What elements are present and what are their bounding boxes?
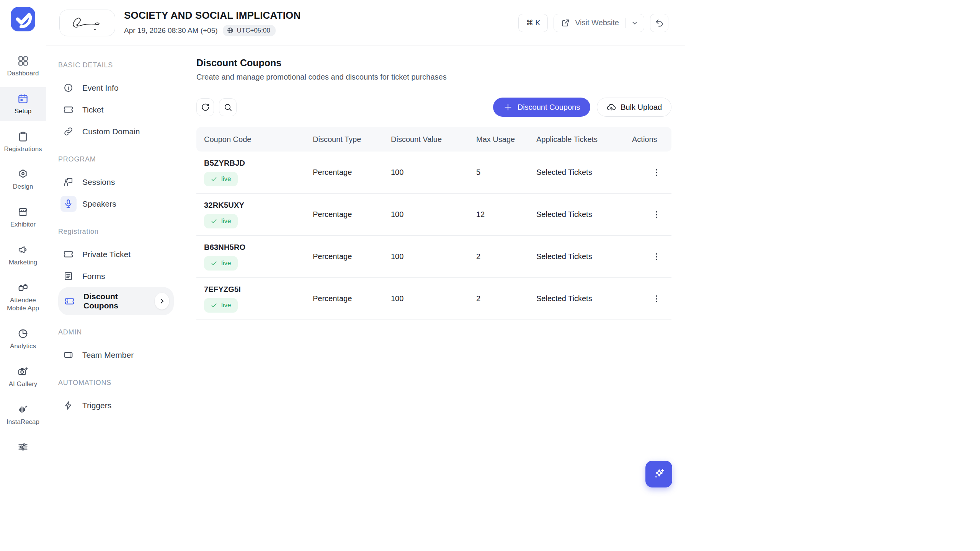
discount-type: Percentage bbox=[313, 252, 391, 261]
ai-assistant-fab[interactable] bbox=[645, 461, 672, 487]
status-badge: live bbox=[204, 298, 238, 313]
sidebar-item-label: Triggers bbox=[82, 401, 111, 410]
status-badge: live bbox=[204, 256, 238, 271]
command-k-shortcut-button[interactable]: ⌘ K bbox=[518, 14, 548, 32]
column-header-coupon-code: Coupon Code bbox=[204, 135, 313, 144]
refresh-button[interactable] bbox=[196, 98, 214, 116]
camera-plus-icon bbox=[17, 366, 29, 377]
row-actions-menu-button[interactable] bbox=[649, 207, 664, 222]
rail-item-label: Marketing bbox=[9, 258, 38, 267]
rail-item-instarecap[interactable]: InstaRecap bbox=[0, 398, 46, 432]
kebab-menu-icon bbox=[652, 210, 662, 220]
rail-item-label: Dashboard bbox=[7, 69, 39, 78]
discount-type: Percentage bbox=[313, 210, 391, 219]
rail-item-exhibitor[interactable]: Exhibitor bbox=[0, 201, 46, 235]
rail-item-preferences[interactable] bbox=[0, 435, 46, 458]
row-actions-menu-button[interactable] bbox=[649, 291, 664, 306]
undo-button[interactable] bbox=[650, 14, 668, 32]
row-actions-menu-button[interactable] bbox=[649, 165, 664, 180]
visit-website-label: Visit Website bbox=[575, 18, 619, 27]
bulk-upload-label: Bulk Upload bbox=[621, 103, 662, 112]
rail-item-ai-gallery[interactable]: AI Gallery bbox=[0, 360, 46, 394]
timezone-badge: UTC+05:00 bbox=[223, 25, 276, 36]
section-title-admin: ADMIN bbox=[58, 328, 174, 336]
sidebar-item-team-member[interactable]: Team Member bbox=[58, 344, 174, 366]
hexagon-gear-icon bbox=[17, 168, 29, 180]
sidebar-item-forms[interactable]: Forms bbox=[58, 265, 174, 287]
rail-item-label: Setup bbox=[15, 107, 31, 116]
applicable-tickets: Selected Tickets bbox=[536, 294, 632, 303]
rail-item-analytics[interactable]: Analytics bbox=[0, 322, 46, 356]
sidebar-item-custom-domain[interactable]: Custom Domain bbox=[58, 121, 174, 142]
top-bar: SOCIETY AND SOCIAL IMPLICATION Apr 19, 2… bbox=[46, 0, 685, 46]
sidebar-item-label: Ticket bbox=[82, 105, 103, 114]
search-button[interactable] bbox=[219, 98, 237, 116]
table-row: 7EFYZG5I live Percentage 100 2 Selected … bbox=[196, 278, 671, 320]
sliders-icon bbox=[17, 441, 29, 453]
pie-chart-icon bbox=[17, 328, 29, 339]
sidebar-item-ticket[interactable]: Ticket bbox=[58, 99, 174, 121]
max-usage: 2 bbox=[476, 294, 536, 303]
undo-icon bbox=[654, 18, 664, 28]
main-content: Discount Coupons Create and manage promo… bbox=[184, 46, 685, 506]
applicable-tickets: Selected Tickets bbox=[536, 252, 632, 261]
rail-item-label: Design bbox=[13, 183, 33, 191]
calendar-icon bbox=[17, 93, 29, 104]
sidebar-item-speakers[interactable]: Speakers bbox=[58, 193, 174, 215]
chevron-down-icon[interactable] bbox=[630, 19, 639, 27]
discount-value: 100 bbox=[391, 168, 476, 177]
storefront-icon bbox=[17, 206, 29, 218]
max-usage: 12 bbox=[476, 210, 536, 219]
rail-item-setup[interactable]: Setup bbox=[0, 87, 46, 121]
brand-logo[interactable] bbox=[10, 7, 36, 32]
globe-icon bbox=[227, 27, 234, 34]
coupon-code: 32RK5UXY bbox=[204, 201, 313, 210]
document-icon bbox=[63, 271, 74, 281]
rail-item-design[interactable]: Design bbox=[0, 163, 46, 197]
sidebar-item-event-info[interactable]: Event Info bbox=[58, 77, 174, 99]
sidebar-item-sessions[interactable]: Sessions bbox=[58, 171, 174, 193]
sidebar-item-triggers[interactable]: Triggers bbox=[58, 395, 174, 416]
status-badge: live bbox=[204, 172, 238, 186]
visit-website-button[interactable]: Visit Website bbox=[554, 14, 644, 32]
check-icon bbox=[211, 176, 217, 183]
rail-item-label: InstaRecap bbox=[7, 418, 39, 426]
event-datetime: Apr 19, 2026 08:30 AM (+05) bbox=[124, 26, 218, 35]
rail-item-label: AI Gallery bbox=[9, 380, 38, 388]
icon-highlight-chip bbox=[60, 196, 77, 212]
plus-icon bbox=[503, 103, 513, 112]
coupon-code: B5ZYRBJD bbox=[204, 159, 313, 168]
discount-value: 100 bbox=[391, 210, 476, 219]
sidebar-item-private-ticket[interactable]: Private Ticket bbox=[58, 243, 174, 265]
rail-item-registrations[interactable]: Registrations bbox=[0, 125, 46, 159]
column-header-discount-value: Discount Value bbox=[391, 135, 476, 144]
coupon-icon bbox=[64, 296, 75, 306]
coupon-code: B63NH5RO bbox=[204, 243, 313, 252]
max-usage: 2 bbox=[476, 252, 536, 261]
add-discount-coupons-button[interactable]: Discount Coupons bbox=[493, 98, 590, 117]
rail-item-attendee-mobile-app[interactable]: Attendee Mobile App bbox=[0, 276, 46, 319]
rail-item-marketing[interactable]: Marketing bbox=[0, 238, 46, 272]
search-icon bbox=[223, 103, 233, 112]
sidebar-item-label: Custom Domain bbox=[82, 127, 140, 136]
lightning-icon bbox=[63, 400, 74, 411]
check-icon bbox=[211, 260, 217, 267]
sidebar-item-label: Forms bbox=[82, 272, 105, 281]
table-row: 32RK5UXY live Percentage 100 12 Selected… bbox=[196, 194, 671, 236]
discount-type: Percentage bbox=[313, 168, 391, 177]
table-header-row: Coupon Code Discount Type Discount Value… bbox=[196, 127, 671, 152]
sidebar-item-discount-coupons[interactable]: Discount Coupons bbox=[58, 287, 174, 315]
row-actions-menu-button[interactable] bbox=[649, 249, 664, 264]
discount-type: Percentage bbox=[313, 294, 391, 303]
rail-item-dashboard[interactable]: Dashboard bbox=[0, 49, 46, 83]
coupon-code: 7EFYZG5I bbox=[204, 285, 313, 294]
mobile-apps-icon bbox=[17, 282, 29, 293]
sidebar-item-label: Event Info bbox=[82, 83, 119, 93]
refresh-icon bbox=[201, 103, 210, 112]
dashboard-grid-icon bbox=[17, 55, 29, 67]
expand-chevron-button[interactable] bbox=[155, 293, 169, 310]
column-header-max-usage: Max Usage bbox=[476, 135, 536, 144]
section-title-program: PROGRAM bbox=[58, 155, 174, 163]
bulk-upload-button[interactable]: Bulk Upload bbox=[597, 98, 671, 117]
column-header-applicable-tickets: Applicable Tickets bbox=[536, 135, 632, 144]
